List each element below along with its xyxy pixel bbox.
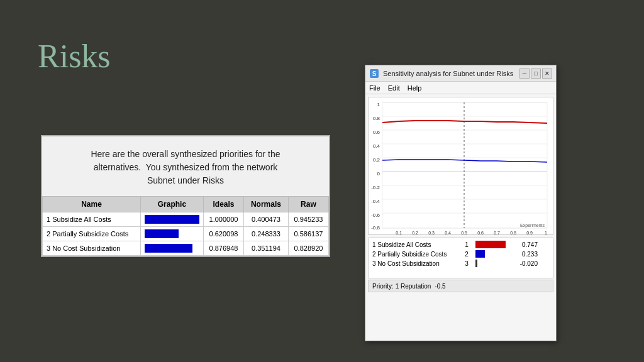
window-menubar: File Edit Help (365, 82, 556, 94)
table-row: 3 No Cost Subsidization0.8769480.3511940… (43, 241, 329, 256)
svg-text:S: S (372, 70, 377, 77)
svg-text:0.7: 0.7 (494, 231, 500, 234)
legend-area: 1 Subsidize All Costs10.7472 Partially S… (368, 238, 553, 278)
table-row: 2 Partially Subsidize Costs0.6200980.248… (43, 227, 329, 241)
menu-file[interactable]: File (369, 84, 380, 92)
row-ideals: 0.876948 (203, 241, 243, 256)
svg-text:-0.8: -0.8 (371, 225, 380, 231)
legend-bar (475, 260, 513, 267)
svg-text:-0.2: -0.2 (371, 185, 380, 190)
col-raw: Raw (288, 197, 328, 212)
col-name: Name (43, 197, 141, 212)
window-title: Sensitivity analysis for Subnet under Ri… (383, 70, 519, 77)
panel-header: Here are the overall synthesized priorit… (42, 136, 329, 196)
table-row: 1 Subsidize All Costs1.0000000.4004730.9… (43, 212, 329, 227)
legend-item: 2 Partially Subsidize Costs20.233 (372, 250, 549, 258)
legend-item: 1 Subsidize All Costs10.747 (372, 241, 549, 248)
header-text: Here are the overall synthesized priorit… (91, 149, 280, 185)
legend-rank: 3 (460, 260, 473, 267)
svg-text:0.9: 0.9 (526, 231, 533, 234)
legend-rank: 2 (460, 251, 473, 258)
svg-text:0: 0 (377, 171, 380, 177)
page-title: Risks (38, 38, 111, 75)
legend-value: 0.233 (516, 251, 538, 258)
row-graphic (140, 227, 203, 241)
row-name: 1 Subsidize All Costs (43, 212, 141, 227)
row-ideals: 0.620098 (203, 227, 243, 241)
col-graphic: Graphic (140, 197, 203, 212)
legend-rank: 1 (460, 241, 473, 248)
legend-name: 3 No Cost Subsidization (372, 260, 460, 267)
svg-text:0.8: 0.8 (510, 231, 516, 234)
chart-area: 1 0.8 0.6 0.4 0.2 0 -0.2 -0.4 -0.6 -0.8 (368, 97, 553, 235)
priorities-table: Name Graphic Ideals Normals Raw 1 Subsid… (42, 196, 329, 256)
col-normals: Normals (244, 197, 289, 212)
legend-bar (475, 250, 513, 258)
legend-name: 1 Subsidize All Costs (372, 241, 460, 248)
svg-text:0.6: 0.6 (477, 231, 484, 234)
svg-text:-0.6: -0.6 (371, 212, 380, 218)
row-name: 2 Partially Subsidize Costs (43, 227, 141, 241)
menu-edit[interactable]: Edit (388, 84, 400, 92)
svg-text:0.1: 0.1 (396, 231, 402, 234)
svg-text:0.4: 0.4 (373, 143, 380, 149)
maximize-button[interactable]: □ (531, 69, 541, 79)
window-controls[interactable]: ─ □ ✕ (519, 69, 552, 79)
priority-bar: Priority: 1 Reputation -0.5 (368, 280, 553, 292)
row-raw: 0.586137 (288, 227, 328, 241)
row-normals: 0.351194 (244, 241, 289, 256)
svg-text:0.4: 0.4 (445, 231, 451, 234)
app-icon: S (369, 69, 379, 79)
col-ideals: Ideals (203, 197, 243, 212)
svg-text:0.2: 0.2 (412, 231, 418, 234)
svg-text:0.3: 0.3 (428, 231, 435, 234)
close-button[interactable]: ✕ (542, 69, 552, 79)
sensitivity-window: S Sensitivity analysis for Subnet under … (365, 65, 557, 341)
svg-text:1: 1 (377, 102, 380, 107)
legend-bar (475, 241, 513, 248)
row-normals: 0.248333 (244, 227, 289, 241)
svg-text:1: 1 (545, 231, 547, 234)
legend-value: -0.020 (516, 260, 538, 267)
svg-text:Experiments: Experiments (520, 223, 545, 228)
row-ideals: 1.000000 (203, 212, 243, 227)
row-graphic (140, 241, 203, 256)
svg-text:0.6: 0.6 (373, 129, 380, 135)
legend-value: 0.747 (516, 241, 538, 248)
row-graphic (140, 212, 203, 227)
priority-value: -0.5 (435, 283, 445, 290)
row-normals: 0.400473 (244, 212, 289, 227)
legend-item: 3 No Cost Subsidization3-0.020 (372, 260, 549, 267)
minimize-button[interactable]: ─ (519, 69, 530, 79)
svg-text:0.8: 0.8 (373, 116, 380, 121)
legend-name: 2 Partially Subsidize Costs (372, 251, 460, 258)
priorities-panel: Here are the overall synthesized priorit… (41, 135, 330, 257)
menu-help[interactable]: Help (408, 84, 422, 92)
window-titlebar: S Sensitivity analysis for Subnet under … (365, 65, 556, 82)
svg-text:-0.4: -0.4 (371, 199, 380, 204)
svg-text:0.5: 0.5 (461, 231, 467, 234)
row-raw: 0.828920 (288, 241, 328, 256)
priority-label: Priority: 1 Reputation (372, 283, 431, 290)
svg-text:0.2: 0.2 (373, 157, 380, 163)
row-raw: 0.945233 (288, 212, 328, 227)
row-name: 3 No Cost Subsidization (43, 241, 141, 256)
